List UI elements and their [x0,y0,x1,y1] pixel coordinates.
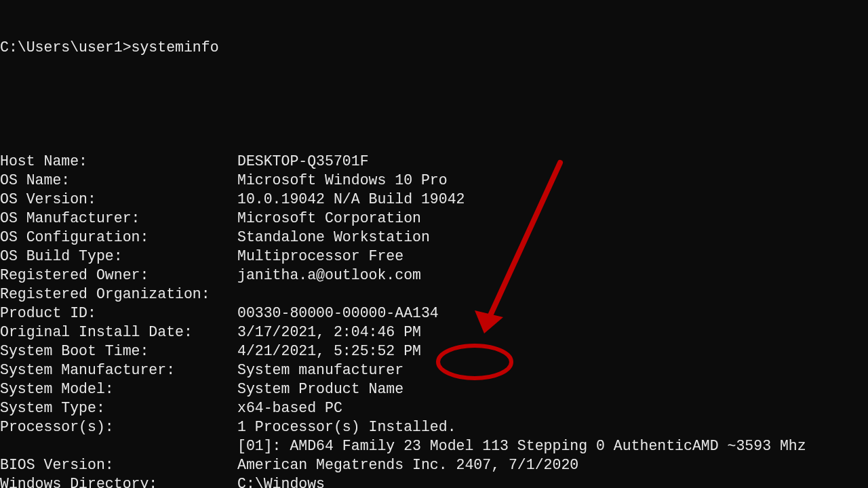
blank-line [0,95,868,114]
row-value: [01]: AMD64 Family 23 Model 113 Stepping… [237,436,806,455]
output-row: OS Configuration:Standalone Workstation [0,228,868,247]
row-label: OS Version: [0,190,237,209]
row-label: System Model: [0,380,237,399]
row-value: C:\Windows [237,474,325,488]
row-label: OS Configuration: [0,228,237,247]
row-value: 3/17/2021, 2:04:46 PM [237,323,421,342]
row-label: System Type: [0,399,237,418]
row-value: 10.0.19042 N/A Build 19042 [237,190,465,209]
output-row: System Type:x64-based PC [0,399,868,418]
output-row: Registered Organization: [0,285,868,304]
row-value: DESKTOP-Q35701F [237,152,369,171]
row-label: OS Build Type: [0,247,237,266]
row-value: x64-based PC [237,399,342,418]
row-label [0,436,237,455]
row-value: System manufacturer [237,361,403,380]
command-prompt: C:\Users\user1>systeminfo [0,38,868,57]
output-row: Registered Owner:janitha.a@outlook.com [0,266,868,285]
output-row: OS Manufacturer:Microsoft Corporation [0,209,868,228]
row-value: janitha.a@outlook.com [237,266,421,285]
output-row: OS Version:10.0.19042 N/A Build 19042 [0,190,868,209]
row-value: 4/21/2021, 5:25:52 PM [237,342,421,361]
row-label: Original Install Date: [0,323,237,342]
output-row: Host Name:DESKTOP-Q35701F [0,152,868,171]
row-label: OS Name: [0,171,237,190]
terminal-output[interactable]: C:\Users\user1>systeminfo Host Name:DESK… [0,0,868,488]
row-value: 1 Processor(s) Installed. [237,418,456,436]
row-value: American Megatrends Inc. 2407, 7/1/2020 [237,455,578,474]
output-row: Processor(s):1 Processor(s) Installed. [0,418,868,436]
output-row: Original Install Date:3/17/2021, 2:04:46… [0,323,868,342]
row-label: OS Manufacturer: [0,209,237,228]
output-row: System Manufacturer:System manufacturer [0,361,868,380]
row-value: Microsoft Corporation [237,209,421,228]
row-label: Host Name: [0,152,237,171]
output-row: System Boot Time:4/21/2021, 5:25:52 PM [0,342,868,361]
output-row: BIOS Version:American Megatrends Inc. 24… [0,455,868,474]
output-row: OS Name:Microsoft Windows 10 Pro [0,171,868,190]
output-row: Windows Directory:C:\Windows [0,474,868,488]
row-label: System Manufacturer: [0,361,237,380]
row-value: Microsoft Windows 10 Pro [237,171,448,190]
row-label: BIOS Version: [0,455,237,474]
row-value: Multiprocessor Free [237,247,403,266]
output-row: Product ID:00330-80000-00000-AA134 [0,304,868,323]
output-row: System Model:System Product Name [0,380,868,399]
output-row: OS Build Type:Multiprocessor Free [0,247,868,266]
row-label: Product ID: [0,304,237,323]
row-value: 00330-80000-00000-AA134 [237,304,439,323]
row-value: Standalone Workstation [237,228,430,247]
row-label: Processor(s): [0,418,237,436]
row-label: Registered Organization: [0,285,237,304]
row-label: Windows Directory: [0,474,237,488]
row-value: System Product Name [237,380,403,399]
row-label: Registered Owner: [0,266,237,285]
row-label: System Boot Time: [0,342,237,361]
output-row: [01]: AMD64 Family 23 Model 113 Stepping… [0,436,868,455]
